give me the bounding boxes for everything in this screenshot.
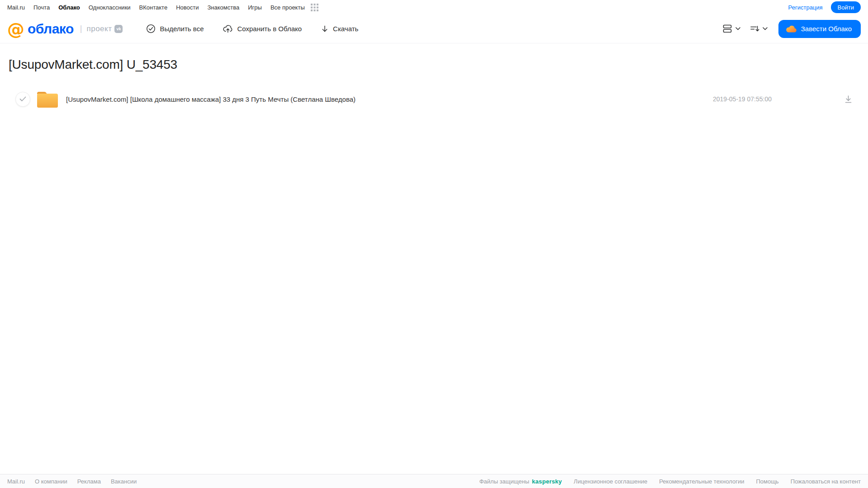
logo-text: облако	[28, 21, 74, 37]
download-label: Скачать	[333, 25, 358, 33]
cloud-upload-icon	[223, 24, 233, 33]
header-bar: @ облако | проект vk Выделить все	[0, 14, 868, 43]
footer-about-link[interactable]: О компании	[35, 478, 67, 485]
nav-pochta[interactable]: Почта	[33, 4, 50, 11]
footer-help-link[interactable]: Помощь	[756, 478, 778, 485]
save-to-cloud-label: Сохранить в Облако	[237, 25, 302, 33]
footer-left-links: Mail.ru О компании Реклама Вакансии	[7, 478, 137, 485]
row-checkbox[interactable]	[15, 92, 30, 107]
footer-recommendations-link[interactable]: Рекомендательные технологии	[659, 478, 744, 485]
get-cloud-label: Завести Облако	[801, 25, 852, 33]
get-cloud-button[interactable]: Завести Облако	[778, 20, 861, 38]
folder-icon[interactable]	[36, 90, 59, 108]
footer-license-link[interactable]: Лицензионное соглашение	[574, 478, 647, 485]
logo-divider: |	[80, 24, 82, 33]
download-arrow-icon	[321, 25, 329, 33]
file-date: 2019-05-19 07:55:00	[713, 95, 772, 103]
chevron-down-icon	[763, 27, 768, 30]
nav-novosti[interactable]: Новости	[176, 4, 199, 11]
sort-control[interactable]	[750, 25, 768, 33]
nav-znakomstva[interactable]: Знакомства	[207, 4, 239, 11]
nav-oblako[interactable]: Облако	[58, 4, 80, 11]
list-view-icon	[723, 24, 732, 33]
download-button[interactable]: Скачать	[321, 25, 358, 33]
nav-odnoklassniki[interactable]: Одноклассники	[89, 4, 131, 11]
select-all-button[interactable]: Выделить все	[146, 24, 204, 33]
footer-bar: Mail.ru О компании Реклама Вакансии Файл…	[0, 474, 868, 488]
file-name-link[interactable]: [UsupovMarket.com] [Школа домашнего масс…	[66, 95, 356, 103]
select-all-label: Выделить все	[160, 25, 204, 33]
kaspersky-protection-note: Файлы защищены kaspersky	[479, 478, 562, 485]
vk-logo-icon: vk	[114, 25, 123, 33]
nav-mailru[interactable]: Mail.ru	[7, 4, 25, 11]
login-button[interactable]: Войти	[831, 1, 861, 13]
header-right-controls: Завести Облако	[723, 20, 861, 38]
main-content: [UsupovMarket.com] U_53453 [UsupovMarket…	[0, 57, 868, 110]
cloud-icon	[786, 25, 797, 33]
nav-all-projects[interactable]: Все проекты	[270, 4, 305, 11]
row-download-button[interactable]	[844, 95, 853, 104]
save-to-cloud-button[interactable]: Сохранить в Облако	[223, 24, 302, 33]
file-toolbar: Выделить все Сохранить в Облако Скачать	[146, 24, 358, 33]
top-nav-bar: Mail.ru Почта Облако Одноклассники ВКонт…	[0, 0, 868, 14]
top-nav-links: Mail.ru Почта Облако Одноклассники ВКонт…	[7, 4, 318, 11]
file-row[interactable]: [UsupovMarket.com] [Школа домашнего масс…	[0, 88, 868, 110]
footer-mailru-link[interactable]: Mail.ru	[7, 478, 25, 485]
nav-igry[interactable]: Игры	[248, 4, 262, 11]
footer-jobs-link[interactable]: Вакансии	[111, 478, 137, 485]
chevron-down-icon	[735, 27, 740, 30]
view-switcher[interactable]	[723, 24, 740, 33]
kaspersky-logo[interactable]: kaspersky	[532, 478, 562, 485]
check-circle-icon	[146, 24, 156, 33]
nav-vkontakte[interactable]: ВКонтакте	[139, 4, 168, 11]
mailru-at-icon: @	[7, 20, 24, 38]
project-vk-label: проект	[86, 24, 112, 33]
page-title: [UsupovMarket.com] U_53453	[9, 57, 868, 72]
cloud-logo[interactable]: @ облако | проект vk	[7, 20, 123, 38]
sort-icon	[750, 25, 759, 33]
footer-ads-link[interactable]: Реклама	[77, 478, 101, 485]
top-nav-right: Регистрация Войти	[788, 1, 861, 13]
footer-right-links: Файлы защищены kaspersky Лицензионное со…	[479, 478, 861, 485]
register-link[interactable]: Регистрация	[788, 4, 823, 11]
all-projects-grid-icon[interactable]	[311, 4, 318, 11]
footer-report-link[interactable]: Пожаловаться на контент	[791, 478, 861, 485]
protected-label: Файлы защищены	[479, 478, 529, 485]
